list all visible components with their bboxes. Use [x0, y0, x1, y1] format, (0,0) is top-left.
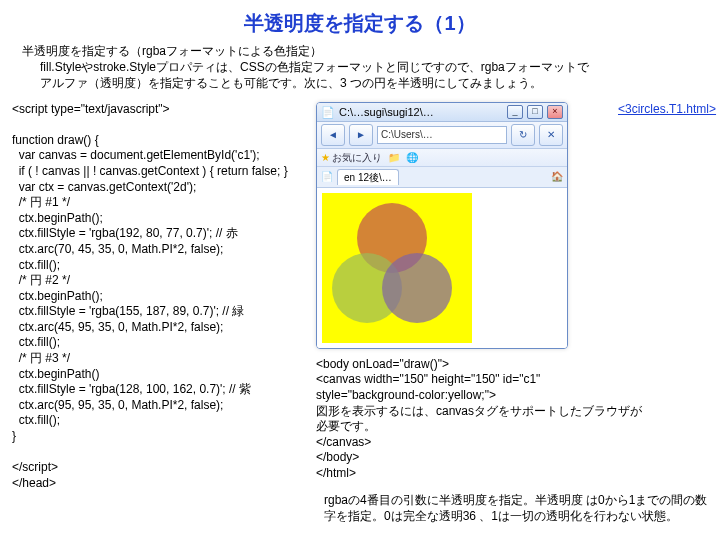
browser-title-text: C:\…sugi\sugi12\…: [339, 105, 434, 119]
intro-block: 半透明度を指定する（rgbaフォーマットによる色指定） fill.Styleやs…: [22, 43, 708, 92]
browser-window: 📄 C:\…sugi\sugi12\… _ □ × ◄ ► C:\Users\……: [316, 102, 568, 349]
minimize-button[interactable]: _: [507, 105, 523, 119]
favorites-bar: ★お気に入り 📁 🌐: [317, 149, 567, 167]
star-icon: ★: [321, 151, 330, 164]
browser-tab[interactable]: en 12後\…: [337, 169, 399, 185]
tab-page-icon: 📄: [321, 170, 333, 183]
canvas-preview: [322, 193, 472, 343]
intro-line3: アルファ（透明度）を指定することも可能です。次に、3 つの円を半透明にしてみまし…: [22, 75, 708, 91]
circle-purple: [382, 253, 452, 323]
favorites-button[interactable]: ★お気に入り: [321, 151, 382, 164]
browser-viewport: [317, 188, 567, 348]
page-title: 半透明度を指定する（1）: [12, 10, 708, 37]
tab-bar: 📄 en 12後\… 🏠: [317, 167, 567, 188]
page-icon: 📄: [321, 105, 335, 119]
refresh-button[interactable]: ↻: [511, 124, 535, 146]
footer-note: rgbaの4番目の引数に半透明度を指定。半透明度 は0から1までの間の数字を指定…: [316, 492, 716, 524]
source-link[interactable]: <3circles.T1.html>: [618, 102, 716, 118]
browser-titlebar: 📄 C:\…sugi\sugi12\… _ □ ×: [317, 103, 567, 122]
stop-button[interactable]: ✕: [539, 124, 563, 146]
forward-button[interactable]: ►: [349, 124, 373, 146]
code-right: <body onLoad="draw()"> <canvas width="15…: [316, 357, 716, 482]
code-left: <script type="text/javascript"> function…: [12, 102, 302, 492]
intro-line2: fill.Styleやstroke.Styleプロパティは、CSSの色指定フォー…: [22, 59, 708, 75]
close-button[interactable]: ×: [547, 105, 563, 119]
maximize-button[interactable]: □: [527, 105, 543, 119]
fav-site-2[interactable]: 🌐: [406, 151, 418, 164]
back-button[interactable]: ◄: [321, 124, 345, 146]
home-icon[interactable]: 🏠: [551, 170, 563, 183]
fav-site-1[interactable]: 📁: [388, 151, 400, 164]
address-bar[interactable]: C:\Users\…: [377, 126, 507, 144]
nav-toolbar: ◄ ► C:\Users\… ↻ ✕: [317, 122, 567, 149]
intro-line1: 半透明度を指定する（rgbaフォーマットによる色指定）: [22, 44, 322, 58]
